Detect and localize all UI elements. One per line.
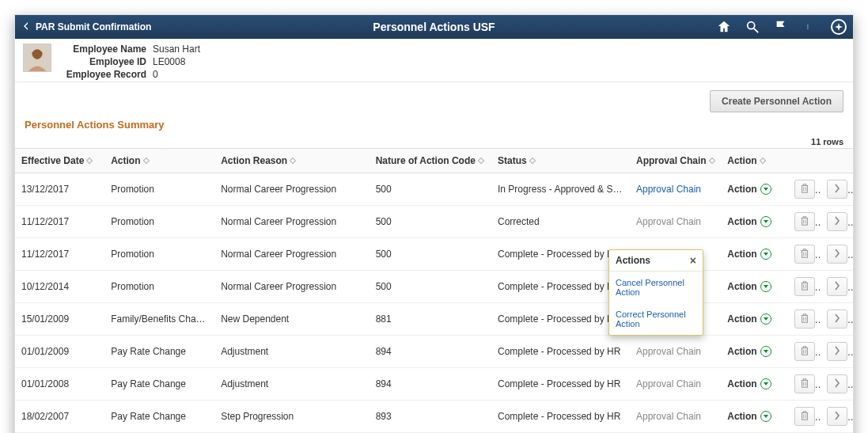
cell-expand — [821, 238, 853, 271]
svg-point-2 — [807, 25, 808, 25]
col-action[interactable]: Action — [104, 149, 214, 173]
svg-point-4 — [807, 28, 808, 29]
personnel-actions-table: Effective Date Action Action Reason Natu… — [15, 148, 853, 433]
cell-reason: Adjustment — [214, 368, 370, 401]
cell-noac: 500 — [370, 173, 491, 206]
flag-icon[interactable] — [774, 20, 788, 34]
action-dropdown[interactable]: Action — [727, 378, 771, 389]
expand-button[interactable] — [827, 310, 847, 329]
chevron-right-icon — [832, 216, 842, 228]
employee-record-value: 0 — [153, 69, 200, 80]
more-icon[interactable] — [802, 20, 817, 34]
home-icon[interactable] — [717, 20, 731, 34]
chevron-right-icon — [832, 313, 842, 325]
cell-action: Family/Benefits Change — [104, 303, 214, 336]
delete-button[interactable] — [794, 212, 815, 231]
cell-action-button: Action — [721, 303, 787, 336]
employee-name-value: Susan Hart — [153, 44, 200, 55]
cell-reason: Step Progression — [214, 401, 370, 433]
col-expand — [821, 149, 853, 173]
cell-action-button: Action — [721, 336, 787, 368]
search-icon[interactable] — [745, 20, 760, 34]
action-dropdown[interactable]: Action — [727, 249, 771, 260]
approval-chain-link: Approval Chain — [636, 411, 701, 422]
action-dropdown[interactable]: Action — [727, 313, 771, 325]
create-personnel-action-button[interactable]: Create Personnel Action — [710, 90, 843, 112]
delete-button[interactable] — [794, 310, 815, 329]
action-dropdown[interactable]: Action — [727, 281, 771, 292]
expand-button[interactable] — [827, 212, 847, 231]
trash-icon — [800, 346, 809, 358]
chevron-down-icon — [760, 216, 771, 227]
cell-delete — [788, 401, 821, 433]
cell-approval-chain: Approval Chain — [630, 368, 721, 401]
action-label: Action — [727, 249, 756, 260]
svg-line-1 — [754, 28, 758, 32]
col-action-reason[interactable]: Action Reason — [214, 149, 370, 173]
popup-item-correct[interactable]: Correct Personnel Action — [609, 303, 703, 335]
delete-button[interactable] — [794, 374, 815, 393]
action-dropdown[interactable]: Action — [727, 184, 771, 195]
approval-chain-link: Approval Chain — [636, 216, 701, 227]
popup-item-cancel[interactable]: Cancel Personnel Action — [609, 272, 703, 303]
sort-icon — [142, 158, 149, 164]
col-delete — [788, 149, 821, 173]
trash-icon — [800, 249, 809, 260]
delete-button[interactable] — [794, 180, 815, 199]
avatar — [23, 44, 51, 72]
cell-date: 10/12/2014 — [15, 271, 104, 303]
cell-status: Complete - Processed by HR — [491, 368, 630, 401]
sort-icon — [290, 158, 296, 164]
compass-icon[interactable] — [831, 19, 847, 35]
cell-approval-chain: Approval Chain — [630, 173, 721, 206]
table-row: 18/02/2007Pay Rate ChangeStep Progressio… — [15, 401, 853, 433]
table-row: 01/01/2009Pay Rate ChangeAdjustment894Co… — [15, 336, 853, 368]
col-effective-date[interactable]: Effective Date — [15, 149, 104, 173]
col-status[interactable]: Status — [491, 149, 630, 173]
expand-button[interactable] — [827, 245, 847, 264]
action-dropdown[interactable]: Action — [727, 411, 771, 422]
col-noac[interactable]: Nature of Action Code — [370, 149, 491, 173]
action-dropdown[interactable]: Action — [727, 216, 771, 227]
expand-button[interactable] — [827, 277, 847, 296]
cell-action-button: Action — [721, 238, 787, 271]
cell-action: Pay Rate Change — [104, 368, 214, 401]
chevron-down-icon — [760, 346, 771, 357]
cell-approval-chain: Approval Chain — [630, 336, 721, 368]
approval-chain-link[interactable]: Approval Chain — [636, 184, 701, 195]
cell-reason: Normal Career Progression — [214, 271, 370, 303]
expand-button[interactable] — [827, 374, 847, 393]
expand-button[interactable] — [827, 407, 847, 426]
col-approval-chain[interactable]: Approval Chain — [630, 149, 721, 173]
back-button[interactable]: PAR Submit Confirmation — [21, 21, 151, 33]
actions-popup: Actions × Cancel Personnel Action Correc… — [608, 249, 703, 336]
table-row: 11/12/2017PromotionNormal Career Progres… — [15, 238, 853, 271]
cell-status: Complete - Processed by HR — [491, 336, 630, 368]
cell-reason: Adjustment — [214, 336, 370, 368]
action-label: Action — [727, 378, 756, 389]
action-dropdown[interactable]: Action — [727, 346, 771, 357]
action-label: Action — [727, 216, 756, 227]
cell-noac: 893 — [370, 401, 491, 433]
chevron-down-icon — [760, 281, 771, 292]
chevron-right-icon — [832, 184, 842, 196]
cell-reason: Normal Career Progression — [214, 173, 370, 206]
cell-date: 15/01/2009 — [15, 303, 104, 336]
action-label: Action — [727, 346, 756, 357]
chevron-right-icon — [832, 411, 842, 423]
cell-expand — [821, 336, 853, 368]
cell-action: Pay Rate Change — [104, 401, 214, 433]
svg-point-3 — [807, 26, 808, 27]
expand-button[interactable] — [827, 342, 847, 361]
delete-button[interactable] — [794, 342, 815, 361]
close-icon[interactable]: × — [690, 255, 696, 266]
expand-button[interactable] — [827, 180, 847, 199]
trash-icon — [800, 378, 809, 390]
cell-delete — [788, 206, 821, 238]
cell-delete — [788, 238, 821, 271]
col-action-button[interactable]: Action — [721, 149, 787, 173]
cell-action-button: Action — [721, 173, 787, 206]
delete-button[interactable] — [794, 277, 815, 296]
delete-button[interactable] — [794, 407, 815, 426]
delete-button[interactable] — [794, 245, 815, 264]
